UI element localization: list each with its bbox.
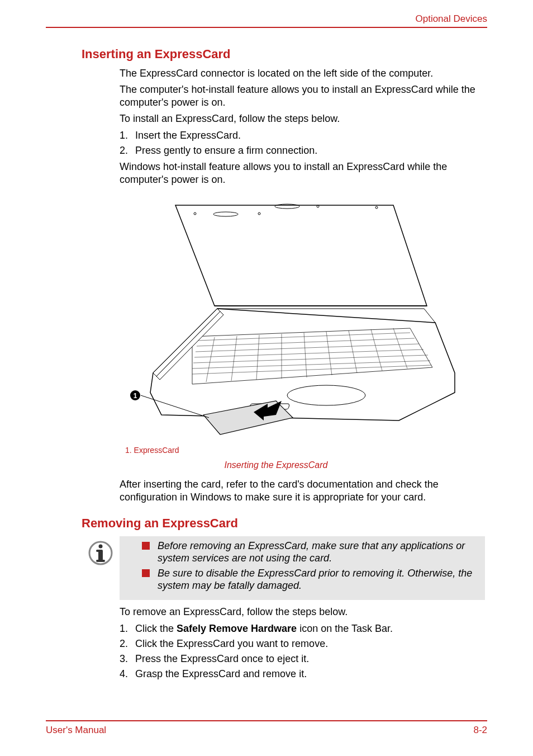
section1-heading: Inserting an ExpressCard (82, 47, 487, 62)
list-item: Before removing an ExpressCard, make sur… (142, 540, 479, 565)
step-number: 2. (120, 144, 135, 158)
laptop-illustration-icon: 1 (120, 194, 466, 446)
step-bold: Safely Remove Hardware (177, 623, 297, 634)
step-number: 3. (120, 652, 135, 666)
svg-text:1: 1 (134, 392, 137, 400)
section1-p1: The ExpressCard connector is located on … (120, 67, 485, 80)
list-item: 2. Click the ExpressCard you want to rem… (120, 637, 487, 651)
step-pre: Click the (135, 623, 177, 634)
step-number: 1. (120, 129, 135, 143)
section1-p4: Windows hot-install feature allows you t… (120, 160, 485, 186)
page: Optional Devices Inserting an ExpressCar… (0, 0, 533, 756)
section2-heading: Removing an ExpressCard (82, 516, 487, 531)
figure-caption: Inserting the ExpressCard (120, 460, 432, 470)
info-icon (87, 540, 114, 566)
list-item: 3. Press the ExpressCard once to eject i… (120, 652, 487, 666)
step-text: Press the ExpressCard once to eject it. (135, 652, 309, 666)
header-rule (46, 27, 487, 28)
note-list: Before removing an ExpressCard, make sur… (142, 540, 479, 592)
list-item: 4. Grasp the ExpressCard and remove it. (120, 667, 487, 681)
list-item: 2. Press gently to ensure a firm connect… (120, 144, 487, 158)
step-pre: Press the ExpressCard once to eject it. (135, 653, 309, 664)
footer-left: User's Manual (46, 725, 106, 736)
svg-rect-40 (96, 550, 102, 552)
section2-steps: 1. Click the Safely Remove Hardware icon… (120, 622, 487, 682)
section2-p1: To remove an ExpressCard, follow the ste… (120, 606, 485, 618)
step-text: Press gently to ensure a firm connection… (135, 144, 317, 158)
svg-point-37 (99, 544, 103, 548)
step-text: Grasp the ExpressCard and remove it. (135, 667, 307, 681)
step-post: icon on the Task Bar. (297, 623, 393, 634)
list-item: Be sure to disable the ExpressCard prior… (142, 567, 479, 592)
step-pre: Grasp the ExpressCard and remove it. (135, 668, 307, 679)
svg-marker-3 (150, 309, 455, 420)
footer-rule (46, 720, 487, 721)
step-text: Click the ExpressCard you want to remove… (135, 637, 328, 651)
step-text: Click the Safely Remove Hardware icon on… (135, 622, 393, 636)
section1-steps: 1. Insert the ExpressCard. 2. Press gent… (120, 129, 487, 158)
figure-laptop: 1 (120, 194, 466, 446)
header-section-label: Optional Devices (46, 13, 487, 25)
section1-p5: After inserting the card, refer to the c… (120, 478, 485, 504)
section1-p2: The computer's hot-install feature allow… (120, 83, 485, 109)
step-number: 2. (120, 637, 135, 651)
square-bullet-icon (142, 569, 150, 577)
note-text: Be sure to disable the ExpressCard prior… (158, 567, 479, 592)
svg-rect-39 (96, 560, 105, 562)
note-text: Before removing an ExpressCard, make sur… (158, 540, 479, 565)
svg-marker-0 (175, 205, 427, 306)
note-box: Before removing an ExpressCard, make sur… (120, 536, 485, 600)
figure-legend: 1. ExpressCard (125, 446, 487, 455)
step-pre: Click the ExpressCard you want to remove… (135, 638, 328, 649)
list-item: 1. Insert the ExpressCard. (120, 129, 487, 143)
step-number: 1. (120, 622, 135, 636)
footer-right: 8-2 (473, 725, 487, 736)
footer: User's Manual 8-2 (46, 720, 487, 736)
step-number: 4. (120, 667, 135, 681)
section1-p3: To install an ExpressCard, follow the st… (120, 112, 485, 125)
step-text: Insert the ExpressCard. (135, 129, 241, 143)
square-bullet-icon (142, 542, 150, 550)
list-item: 1. Click the Safely Remove Hardware icon… (120, 622, 487, 636)
